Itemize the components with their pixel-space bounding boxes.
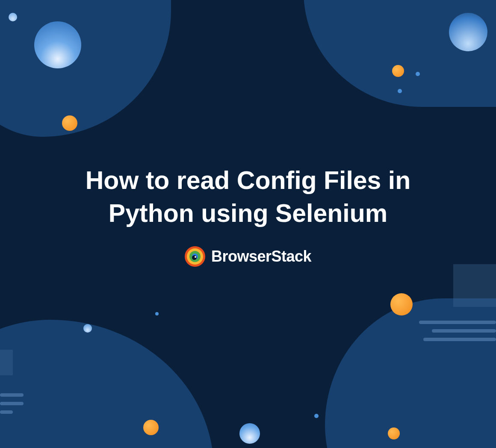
brand-name: BrowserStack bbox=[211, 248, 311, 265]
browserstack-logo-icon bbox=[185, 246, 205, 267]
page-title: How to read Config Files in Python using… bbox=[56, 164, 440, 230]
content-area: How to read Config Files in Python using… bbox=[0, 0, 496, 448]
brand-row: BrowserStack bbox=[185, 246, 311, 267]
